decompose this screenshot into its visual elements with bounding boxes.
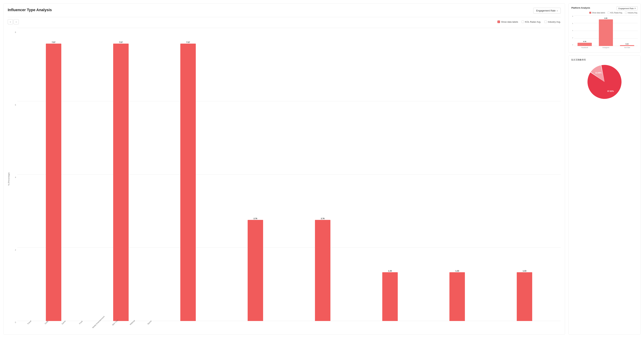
bar-value-label: 1.33 [522, 270, 526, 272]
platform-bar-value: 0.76 [583, 41, 586, 42]
bar [315, 220, 330, 321]
bars-container: 7.577.577.572.762.761.331.331.33 [17, 28, 561, 321]
bar-chart-area: % (Percentage) 8 6 4 2 0 [8, 28, 561, 330]
next-button[interactable]: › [14, 19, 19, 24]
pie-container: 87.82%12.08% [571, 63, 638, 101]
y-axis-wrap: % (Percentage) 8 6 4 2 0 [8, 28, 17, 330]
platform-y-tick-0: 0 [572, 44, 573, 46]
bar [113, 44, 129, 321]
platform-bar-group: 0.24 [618, 15, 636, 46]
controls-row: ‹ › Show data labels KOL Radar Avg. Indu… [8, 19, 561, 24]
pie-segment-label: 12.08% [595, 72, 602, 74]
panel-title: Influencer Type Analysis [8, 8, 52, 12]
kol-radar-label: KOL Radar Avg. [525, 20, 541, 23]
bar-group: 1.33 [357, 28, 423, 321]
platform-bar [599, 19, 613, 46]
bar [382, 272, 398, 321]
legend-industry-avg: Industry Avg. [544, 20, 561, 23]
y-tick-6: 6 [15, 104, 16, 106]
platform-chart-body: 0.766.950.24 FacebookInstagramYouTube [574, 15, 638, 50]
bar-group: 1.33 [492, 28, 557, 321]
bar-value-label: 7.57 [186, 41, 190, 43]
bar-group: 1.33 [424, 28, 490, 321]
pie-chart: 87.82%12.08% [586, 63, 624, 101]
platform-chevron-icon: ∨ [634, 7, 636, 9]
dropdown-label: Engagement Rate [536, 9, 556, 12]
chevron-down-icon: ∨ [556, 10, 558, 12]
chevron-left-icon: ‹ [10, 20, 11, 23]
platform-kol-checkbox[interactable] [608, 12, 610, 14]
bar-value-label: 1.33 [388, 270, 392, 272]
pie-segment-label: 87.82% [608, 90, 614, 92]
left-panel: Influencer Type Analysis Engagement Rate… [4, 3, 565, 335]
platform-legend-show-labels: Show data labels [589, 12, 605, 14]
platform-header: Platform Analysis Engagement Rate ∨ [571, 6, 638, 10]
platform-bars: 0.766.950.24 [574, 15, 638, 46]
bar-value-label: 1.33 [456, 270, 459, 272]
platform-bar [578, 43, 592, 46]
platform-legend-row: Show data labels KOL Radar Avg. Industry… [571, 12, 638, 14]
platform-bar [620, 45, 634, 46]
prev-button[interactable]: ‹ [8, 19, 13, 24]
platform-bar-group: 0.76 [576, 15, 594, 46]
platform-y-tick-4: 4 [572, 30, 573, 31]
grid-and-bars: 7.577.577.572.762.761.331.331.33 [17, 28, 561, 321]
y-tick-4: 4 [15, 176, 16, 178]
industry-avg-label: Industry Avg. [548, 20, 561, 23]
platform-title: Platform Analysis [571, 6, 590, 9]
bar [248, 220, 263, 321]
bar [450, 272, 465, 321]
platform-dropdown[interactable]: Engagement Rate ∨ [616, 6, 638, 10]
y-axis-label: % (Percentage) [8, 28, 10, 330]
platform-y-tick-6: 6 [572, 23, 573, 24]
platform-analysis-panel: Platform Analysis Engagement Rate ∨ Show… [568, 3, 640, 53]
platform-show-labels-checkbox[interactable] [589, 12, 591, 14]
platform-kol-label: KOL Radar Avg. [610, 12, 623, 14]
platform-chart-inner: 8 6 4 2 0 [571, 15, 638, 50]
platform-x-labels: FacebookInstagramYouTube [574, 46, 638, 50]
kol-radar-checkbox[interactable] [522, 20, 524, 23]
x-axis-labels: TravelOutfitGameFoodMedia EntertainmentS… [17, 322, 561, 330]
panel-header: Influencer Type Analysis Engagement Rate… [8, 8, 561, 13]
show-data-labels-checkbox[interactable] [497, 20, 500, 23]
platform-show-labels-label: Show data labels [592, 12, 605, 14]
industry-avg-checkbox[interactable] [544, 20, 547, 23]
y-tick-2: 2 [15, 249, 16, 251]
bar-group: 7.57 [156, 28, 221, 321]
chevron-right-icon: › [16, 20, 17, 23]
platform-grid-bars: 0.766.950.24 [574, 15, 638, 46]
platform-x-label: YouTube [618, 47, 636, 50]
post-engagement-panel: 貼文互動數表現 87.82%12.08% [568, 55, 640, 335]
bar [180, 44, 196, 321]
bar-group: 7.57 [21, 28, 86, 321]
pie-chart-title: 貼文互動數表現 [571, 58, 638, 61]
platform-x-label: Facebook [576, 47, 594, 50]
bar-value-label: 7.57 [119, 41, 122, 43]
platform-bar-value: 6.95 [604, 17, 608, 19]
bar [517, 272, 532, 321]
y-tick-8: 8 [15, 31, 16, 33]
platform-legend-kol: KOL Radar Avg. [608, 12, 623, 14]
bar-value-label: 2.76 [321, 218, 324, 220]
platform-bar-value: 0.24 [626, 43, 629, 45]
engagement-rate-dropdown[interactable]: Engagement Rate ∨ [533, 8, 561, 13]
right-panel: Platform Analysis Engagement Rate ∨ Show… [568, 3, 640, 335]
platform-y-tick-2: 2 [572, 37, 573, 39]
platform-x-label: Instagram [597, 47, 615, 50]
bar [46, 44, 61, 321]
platform-legend-industry: Industry Avg. [625, 12, 638, 14]
platform-y-axis: 8 6 4 2 0 [571, 15, 574, 50]
y-axis: 8 6 4 2 0 [10, 28, 17, 330]
bar-group: 7.57 [88, 28, 154, 321]
nav-buttons: ‹ › [8, 19, 19, 24]
chart-wrap: % (Percentage) 8 6 4 2 0 [8, 28, 561, 330]
platform-y-tick-8: 8 [572, 15, 573, 17]
show-data-labels-label: Show data labels [501, 20, 518, 23]
bar-value-label: 7.57 [52, 41, 55, 43]
platform-industry-checkbox[interactable] [625, 12, 627, 14]
bar-group: 2.76 [222, 28, 288, 321]
bar-value-label: 2.76 [254, 218, 257, 220]
platform-chart: 8 6 4 2 0 [571, 15, 638, 50]
platform-bar-group: 6.95 [597, 15, 615, 46]
legend-show-data-labels: Show data labels [497, 20, 518, 23]
